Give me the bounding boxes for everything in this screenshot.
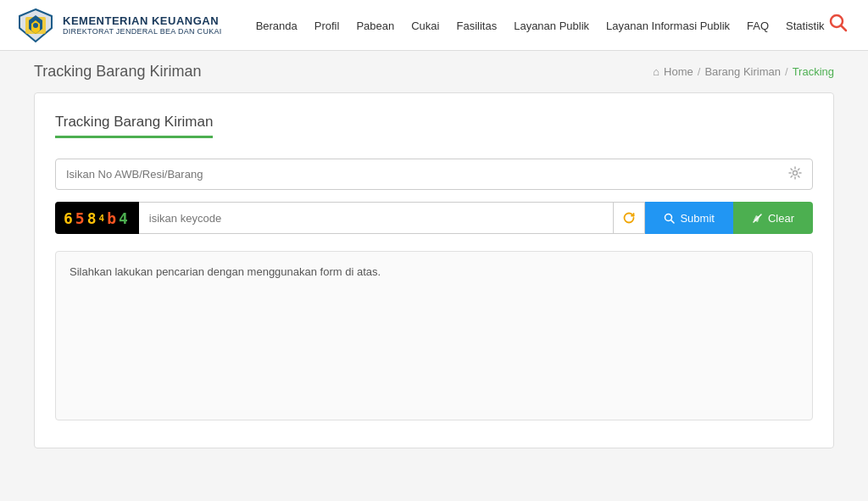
captcha-image: 6584b4 (55, 202, 139, 234)
brand-name: KEMENTERIAN KEUANGAN (63, 14, 222, 27)
card-title: Tracking Barang Kiriman (55, 114, 213, 138)
refresh-icon (622, 211, 636, 225)
clear-icon (752, 213, 763, 224)
result-empty-message: Silahkan lakukan pencarian dengan menggu… (70, 265, 798, 278)
captcha-char-3: 8 (87, 209, 99, 227)
svg-line-5 (841, 25, 846, 31)
captcha-char-5: 4 (119, 209, 131, 227)
tracking-card: Tracking Barang Kiriman 6584b4 (34, 92, 834, 448)
nav-item-cukai[interactable]: Cukai (411, 19, 439, 32)
nav-item-pabean[interactable]: Pabean (356, 19, 394, 32)
search-submit-icon (664, 213, 675, 224)
svg-point-3 (33, 23, 38, 28)
refresh-captcha-button[interactable] (614, 202, 645, 234)
captcha-char-1: 6 (64, 209, 75, 227)
breadcrumb-barang-kiriman: Barang Kiriman (704, 65, 781, 78)
home-icon: ⌂ (653, 65, 659, 78)
svg-line-8 (671, 220, 675, 223)
captcha-char-2: 5 (75, 209, 87, 227)
submit-label: Submit (680, 212, 714, 225)
nav-menu: Beranda Profil Pabean Cukai Fasilitas La… (256, 19, 826, 32)
captcha-sup: 4 (99, 213, 108, 224)
captcha-char-4: b (107, 209, 119, 227)
page-title: Tracking Barang Kiriman (34, 63, 201, 81)
clear-button[interactable]: Clear (733, 202, 813, 234)
breadcrumb-bar: Tracking Barang Kiriman ⌂ Home / Barang … (0, 51, 868, 92)
nav-item-layanan-info[interactable]: Layanan Informasi Publik (606, 19, 730, 32)
awb-input-wrapper (55, 159, 813, 190)
search-button[interactable] (826, 10, 851, 40)
nav-item-faq[interactable]: FAQ (747, 19, 769, 32)
nav-item-fasilitas[interactable]: Fasilitas (456, 19, 497, 32)
breadcrumb-tracking: Tracking (793, 65, 834, 78)
breadcrumb-home[interactable]: Home (664, 65, 693, 78)
nav-item-beranda[interactable]: Beranda (256, 19, 298, 32)
clear-label: Clear (768, 212, 794, 225)
nav-item-layanan-publik[interactable]: Layanan Publik (514, 19, 589, 32)
search-icon (829, 14, 848, 32)
result-area: Silahkan lakukan pencarian dengan menggu… (55, 251, 813, 420)
svg-point-6 (793, 171, 798, 175)
keycode-input[interactable] (139, 202, 615, 234)
awb-form-group (55, 159, 813, 190)
awb-input[interactable] (56, 160, 778, 188)
captcha-form-group: 6584b4 Submit C (55, 202, 813, 234)
breadcrumb-sep-1: / (698, 65, 701, 78)
main-content: Tracking Barang Kiriman 6584b4 (0, 92, 868, 474)
submit-button[interactable]: Submit (645, 202, 732, 234)
breadcrumb-sep-2: / (785, 65, 788, 78)
nav-item-profil[interactable]: Profil (314, 19, 340, 32)
breadcrumb: ⌂ Home / Barang Kiriman / Tracking (653, 65, 834, 78)
brand-subtitle: DIREKTORAT JENDERAL BEA DAN CUKAI (63, 27, 222, 36)
nav-item-statistik[interactable]: Statistik (786, 19, 825, 32)
brand: KEMENTERIAN KEUANGAN DIREKTORAT JENDERAL… (17, 7, 222, 44)
navbar: KEMENTERIAN KEUANGAN DIREKTORAT JENDERAL… (0, 0, 868, 51)
settings-icon (788, 166, 802, 180)
logo-icon (17, 7, 54, 44)
awb-icon-button[interactable] (778, 159, 812, 189)
